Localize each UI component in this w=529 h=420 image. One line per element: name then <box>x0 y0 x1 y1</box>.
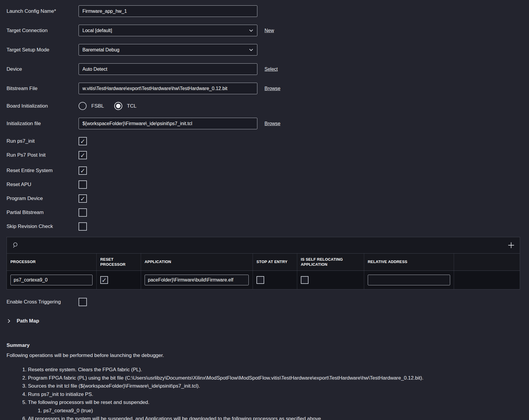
board-initialization-row: Board Initialization FSBL TCL <box>7 102 529 110</box>
device-select-link[interactable]: Select <box>264 67 278 72</box>
table-search-bar <box>7 237 520 254</box>
device-input[interactable] <box>79 63 257 75</box>
skip-revision-check-row: Skip Revision Check <box>7 222 529 231</box>
summary-intro: Following operations will be performed b… <box>7 353 529 358</box>
target-connection-row: Target Connection Local [default] New <box>7 25 529 36</box>
reset-apu-row: Reset APU <box>7 180 529 189</box>
path-map-label: Path Map <box>17 318 39 324</box>
program-device-label: Program Device <box>7 196 79 202</box>
target-connection-label: Target Connection <box>7 28 79 34</box>
device-row: Device Select <box>7 63 529 75</box>
list-item: All processors in the system will be sus… <box>28 415 529 420</box>
column-header-reset-processor: RESET PROCESSOR <box>97 254 141 270</box>
initialization-file-label: Initialization file <box>7 121 79 127</box>
enable-cross-triggering-label: Enable Cross Triggering <box>7 299 79 305</box>
reset-entire-system-row: Reset Entire System <box>7 166 529 175</box>
run-ps7-init-row: Run ps7_init <box>7 137 529 145</box>
relative-address-cell <box>364 271 454 289</box>
column-header-empty <box>454 254 520 270</box>
reset-processor-cell <box>97 271 141 289</box>
is-self-relocating-checkbox[interactable] <box>301 276 309 284</box>
reset-apu-label: Reset APU <box>7 182 79 188</box>
target-connection-select[interactable]: Local [default] <box>79 25 257 36</box>
fsbl-radio-label: FSBL <box>91 103 104 109</box>
partial-bitstream-label: Partial Bitstream <box>7 210 79 215</box>
fsbl-radio[interactable] <box>79 102 87 110</box>
board-initialization-label: Board Initialization <box>7 103 79 109</box>
chevron-down-icon <box>249 48 253 52</box>
enable-cross-triggering-row: Enable Cross Triggering <box>7 298 529 306</box>
target-setup-mode-value: Baremetal Debug <box>82 47 120 53</box>
reset-entire-system-label: Reset Entire System <box>7 168 79 174</box>
list-item: Program FPGA fabric (PL) using the bit f… <box>28 374 529 382</box>
program-device-row: Program Device <box>7 194 529 203</box>
reset-processor-checkbox[interactable] <box>100 276 108 284</box>
bitstream-file-row: Bitstream File Browse <box>7 83 529 94</box>
column-header-relative-address: RELATIVE ADDRESS <box>364 254 454 270</box>
run-ps7-post-init-checkbox[interactable] <box>79 151 87 159</box>
initialization-file-input[interactable] <box>79 118 257 129</box>
empty-cell <box>454 271 520 289</box>
stop-at-entry-checkbox[interactable] <box>256 276 264 284</box>
initialization-browse-link[interactable]: Browse <box>264 121 280 126</box>
run-ps7-init-checkbox[interactable] <box>79 137 87 145</box>
run-ps7-post-init-row: Run Ps7 Post Init <box>7 151 529 159</box>
list-item: Sources the init tcl file (${workspaceFo… <box>28 382 529 390</box>
program-device-checkbox[interactable] <box>79 194 87 203</box>
chevron-down-icon <box>249 28 253 33</box>
chevron-right-icon <box>7 319 11 323</box>
summary-section: Summary Following operations will be per… <box>7 342 529 420</box>
new-connection-link[interactable]: New <box>264 28 274 33</box>
run-ps7-init-label: Run ps7_init <box>7 138 79 144</box>
column-header-processor: PROCESSOR <box>7 254 97 270</box>
processor-cell <box>7 271 97 289</box>
summary-list: Resets entire system. Clears the FPGA fa… <box>7 366 529 420</box>
summary-title: Summary <box>7 342 529 348</box>
launch-config-name-label: Launch Config Name* <box>7 8 79 14</box>
bitstream-file-input[interactable] <box>79 83 257 94</box>
target-connection-value: Local [default] <box>82 28 112 33</box>
column-header-stop-at-entry: STOP AT ENTRY <box>253 254 297 270</box>
column-header-application: APPLICATION <box>141 254 253 270</box>
bitstream-browse-link[interactable]: Browse <box>264 86 280 91</box>
plus-icon[interactable] <box>508 242 514 248</box>
summary-sublist: ps7_cortexa9_0 (true) <box>28 407 529 415</box>
partial-bitstream-checkbox[interactable] <box>79 208 87 217</box>
bitstream-file-label: Bitstream File <box>7 86 79 92</box>
skip-revision-check-checkbox[interactable] <box>79 222 87 231</box>
target-setup-mode-label: Target Setup Mode <box>7 47 79 53</box>
launch-config-name-input[interactable] <box>79 5 257 17</box>
search-icon[interactable] <box>12 242 19 249</box>
application-input[interactable] <box>145 275 249 285</box>
partial-bitstream-row: Partial Bitstream <box>7 208 529 217</box>
list-item: Runs ps7_init to initialize PS. <box>28 390 529 399</box>
application-cell <box>141 271 253 289</box>
initialization-file-row: Initialization file Browse <box>7 118 529 129</box>
device-label: Device <box>7 66 79 72</box>
target-setup-mode-select[interactable]: Baremetal Debug <box>79 44 257 56</box>
table-row <box>7 271 520 289</box>
board-initialization-radio-group: FSBL TCL <box>79 102 142 110</box>
is-self-relocating-cell <box>297 271 364 289</box>
table-header-row: PROCESSOR RESET PROCESSOR APPLICATION ST… <box>7 254 520 271</box>
launch-config-panel: Launch Config Name* Target Connection Lo… <box>0 0 529 420</box>
list-item: ps7_cortexa9_0 (true) <box>43 407 529 415</box>
list-item: Resets entire system. Clears the FPGA fa… <box>28 366 529 374</box>
target-setup-mode-row: Target Setup Mode Baremetal Debug <box>7 44 529 56</box>
skip-revision-check-label: Skip Revision Check <box>7 224 79 229</box>
reset-entire-system-checkbox[interactable] <box>79 166 87 175</box>
processor-input[interactable] <box>10 275 93 285</box>
list-item: The following processors will be reset a… <box>28 398 529 415</box>
reset-apu-checkbox[interactable] <box>79 180 87 189</box>
enable-cross-triggering-checkbox[interactable] <box>79 298 87 306</box>
run-ps7-post-init-label: Run Ps7 Post Init <box>7 152 79 158</box>
processor-table: PROCESSOR RESET PROCESSOR APPLICATION ST… <box>7 237 520 290</box>
path-map-expander[interactable]: Path Map <box>7 318 529 324</box>
stop-at-entry-cell <box>253 271 297 289</box>
launch-config-name-row: Launch Config Name* <box>7 5 529 17</box>
tcl-radio[interactable] <box>114 102 122 110</box>
column-header-is-self-relocating: IS SELF RELOCATING APPLICATION <box>297 254 364 270</box>
relative-address-input[interactable] <box>368 275 450 285</box>
tcl-radio-label: TCL <box>127 103 137 109</box>
